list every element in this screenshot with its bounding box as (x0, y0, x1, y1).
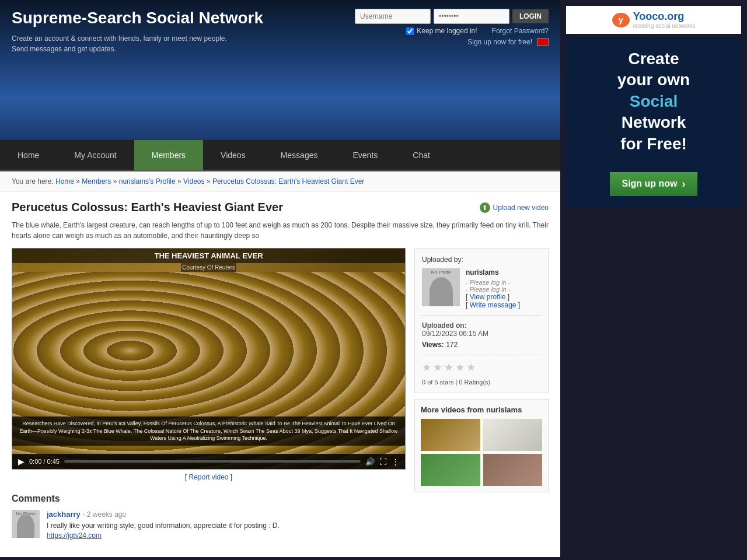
forgot-password-link[interactable]: Forgot Password? (492, 27, 549, 35)
yooco-signup-button[interactable]: Sign up now › (610, 172, 697, 196)
signup-link[interactable]: Sign up now for free! (467, 38, 532, 46)
uploader-avatar: No Photo (422, 268, 460, 306)
fullscreen-icon[interactable]: ⛶ (379, 457, 387, 466)
report-video-link[interactable]: Report video (189, 473, 228, 481)
breadcrumb-current[interactable]: Perucetus Colossus: Earth's Heaviest Gia… (212, 177, 364, 186)
comment-meta: - 2 weeks ago (82, 510, 126, 519)
video-caption: Researchers Have Discovered, In Peru's I… (12, 416, 405, 446)
comments-section: Comments No Photo jackharry - 2 weeks ag… (12, 494, 406, 540)
more-videos-title: More videos from nurislams (421, 405, 542, 414)
yooco-logo[interactable]: y Yooco.org creating social networks (566, 6, 741, 34)
star-rating[interactable]: ★ ★ ★ ★ ★ (422, 361, 541, 374)
video-info-box: Uploaded by: No Photo nurislams - Please… (414, 248, 549, 393)
uploaded-by-label: Uploaded by: (422, 256, 541, 264)
yooco-headline: Create your own Social Network for Free! (572, 48, 735, 155)
star-3[interactable]: ★ (444, 361, 453, 374)
yooco-body: Create your own Social Network for Free!… (566, 37, 741, 208)
nav-item-events[interactable]: Events (335, 140, 395, 170)
comment-text: I really like your writing style, good i… (47, 521, 406, 531)
uploader-name: nurislams (466, 268, 520, 276)
more-video-thumb-3[interactable] (421, 454, 480, 486)
star-4[interactable]: ★ (455, 361, 465, 374)
video-grid (421, 419, 542, 486)
video-courtesy: Courtesy Of Reuters (181, 263, 236, 272)
nav-item-my-account[interactable]: My Account (57, 140, 134, 170)
avatar-silhouette (17, 514, 34, 538)
site-tagline: Create an account & connect with friends… (12, 33, 228, 54)
video-title: Perucetus Colossus: Earth's Heaviest Gia… (12, 201, 283, 214)
comment: No Photo jackharry - 2 weeks ago I reall… (12, 510, 406, 540)
uploaded-date: 09/12/2023 06:15 AM (422, 330, 541, 338)
comments-title: Comments (12, 494, 406, 504)
star-5[interactable]: ★ (466, 361, 476, 374)
more-video-thumb-2[interactable] (483, 419, 543, 451)
right-sidebar: y Yooco.org creating social networks Cre… (560, 0, 747, 557)
svg-text:y: y (619, 15, 623, 24)
star-1[interactable]: ★ (422, 361, 431, 374)
yooco-signup-label: Sign up now (622, 178, 677, 189)
comment-author[interactable]: jackharry (47, 510, 81, 519)
uploaded-on-label: Uploaded on: (422, 321, 541, 330)
upload-icon: ⬆ (480, 202, 490, 213)
progress-bar[interactable] (64, 460, 361, 463)
site-title: Supreme-Search Social Network (12, 9, 263, 27)
video-description: The blue whale, Earth's largest creature… (12, 220, 549, 241)
main-nav: Home My Account Members Videos Messages … (0, 140, 560, 172)
more-video-thumb-4[interactable] (483, 454, 543, 486)
nav-item-videos[interactable]: Videos (203, 140, 263, 170)
breadcrumb-prefix: You are here: (12, 177, 54, 186)
login-button[interactable]: LOGIN (512, 9, 549, 23)
video-player[interactable]: THE HEAVIEST ANIMAL EVER Courtesy Of Reu… (12, 248, 406, 470)
breadcrumb-videos[interactable]: Videos (183, 177, 204, 186)
username-input[interactable] (355, 9, 431, 24)
remember-checkbox[interactable] (406, 27, 414, 35)
language-flag-icon[interactable] (537, 38, 549, 46)
yooco-arrow-icon: › (682, 178, 686, 190)
remember-label: Keep me logged in! (417, 27, 477, 35)
more-videos-box: More videos from nurislams (414, 399, 549, 492)
yooco-logo-text: Yooco.org (633, 10, 696, 23)
uploader-login-2: - Please log in - (466, 286, 520, 293)
rating-text: 0 of 5 stars | 0 Rating(s) (422, 379, 541, 386)
video-overlay-title: THE HEAVIEST ANIMAL EVER (12, 249, 405, 263)
views-count: Views: 172 (422, 341, 541, 349)
uploader-login-1: - Please log in - (466, 279, 520, 286)
nav-item-chat[interactable]: Chat (395, 140, 448, 170)
yooco-logo-icon: y (612, 13, 630, 27)
breadcrumb-members[interactable]: Members (82, 177, 111, 186)
upload-new-video-link[interactable]: ⬆ Upload new video (480, 202, 549, 213)
breadcrumb: You are here: Home » Members » nurislams… (0, 172, 560, 192)
more-options-icon[interactable]: ⋮ (392, 457, 399, 466)
breadcrumb-profile[interactable]: nurislams's Profile (119, 177, 176, 186)
yooco-tagline: creating social networks (633, 23, 696, 29)
time-display: 0:00 / 0:45 (29, 458, 60, 465)
nav-item-members[interactable]: Members (134, 140, 203, 170)
nav-item-home[interactable]: Home (0, 140, 57, 170)
breadcrumb-home[interactable]: Home (55, 177, 74, 186)
volume-icon[interactable]: 🔊 (365, 457, 375, 466)
play-button[interactable]: ▶ (18, 457, 25, 466)
nav-item-messages[interactable]: Messages (263, 140, 336, 170)
view-profile-link[interactable]: View profile (470, 293, 506, 301)
password-input[interactable] (434, 9, 509, 24)
comment-avatar: No Photo (12, 510, 40, 538)
write-message-link[interactable]: Write message (470, 301, 516, 309)
divider (422, 315, 541, 316)
comment-link[interactable]: https://jgtv24.com (47, 531, 102, 540)
more-video-thumb-1[interactable] (421, 419, 480, 451)
divider-2 (422, 355, 541, 355)
uploader-silhouette-icon (430, 277, 453, 306)
star-2[interactable]: ★ (433, 361, 442, 374)
